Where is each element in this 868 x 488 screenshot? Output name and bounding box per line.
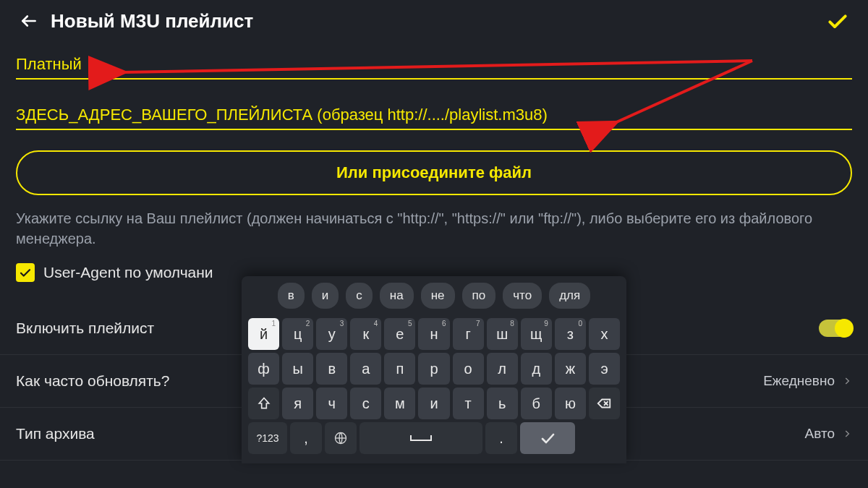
key-л[interactable]: л xyxy=(487,353,518,385)
language-key[interactable] xyxy=(325,422,357,454)
form-content: Или присоедините файл Укажите ссылку на … xyxy=(0,42,868,282)
key-о[interactable]: о xyxy=(453,353,484,385)
key-ж[interactable]: ж xyxy=(555,353,586,385)
key-в[interactable]: в xyxy=(316,353,347,385)
update-frequency-value: Ежедневно xyxy=(763,373,835,389)
key-ю[interactable]: ю xyxy=(555,388,586,419)
row-label: Включить плейлист xyxy=(16,320,154,337)
symbols-key[interactable]: ?123 xyxy=(248,422,287,454)
key-ц[interactable]: ц2 xyxy=(282,318,313,350)
key-с[interactable]: с xyxy=(350,388,381,419)
key-щ[interactable]: щ9 xyxy=(521,318,552,350)
key-у[interactable]: у3 xyxy=(316,318,347,350)
chevron-right-icon xyxy=(842,376,852,386)
key-х[interactable]: х xyxy=(589,318,620,350)
key-э[interactable]: э xyxy=(589,353,620,385)
row-value: Авто xyxy=(805,426,852,442)
suggestion[interactable]: и xyxy=(312,283,339,309)
key-ь[interactable]: ь xyxy=(487,388,518,419)
key-ы[interactable]: ы xyxy=(282,353,313,385)
key-г[interactable]: г7 xyxy=(453,318,484,350)
soft-keyboard: виснанепочтодля й1ц2у3к4е5н6г7ш8щ9з0х фы… xyxy=(242,276,626,463)
playlist-url-field[interactable] xyxy=(16,100,852,130)
suggestion[interactable]: на xyxy=(380,283,414,309)
keyboard-row-2: фывапролджэ xyxy=(248,353,620,385)
key-т[interactable]: т xyxy=(453,388,484,419)
key-д[interactable]: д xyxy=(521,353,552,385)
playlist-url-input[interactable] xyxy=(16,106,852,124)
hint-text: Укажите ссылку на Ваш плейлист (должен н… xyxy=(16,208,852,249)
key-м[interactable]: м xyxy=(384,388,415,419)
key-я[interactable]: я xyxy=(282,388,313,419)
key-и[interactable]: и xyxy=(418,388,449,419)
key-р[interactable]: р xyxy=(418,353,449,385)
key-ч[interactable]: ч xyxy=(316,388,347,419)
key-е[interactable]: е5 xyxy=(384,318,415,350)
confirm-button[interactable] xyxy=(822,5,854,37)
suggestion[interactable]: что xyxy=(503,283,542,309)
suggestion[interactable]: с xyxy=(346,283,373,309)
key-н[interactable]: н6 xyxy=(418,318,449,350)
enter-key[interactable] xyxy=(520,422,575,454)
suggestion[interactable]: по xyxy=(462,283,496,309)
comma-key[interactable]: , xyxy=(290,422,322,454)
key-п[interactable]: п xyxy=(384,353,415,385)
key-й[interactable]: й1 xyxy=(248,318,279,350)
user-agent-label: User-Agent по умолчани xyxy=(43,264,213,281)
keyboard-row-3: ячсмитьбю xyxy=(248,388,620,419)
backspace-key[interactable] xyxy=(589,388,620,419)
archive-type-value: Авто xyxy=(805,426,835,442)
key-б[interactable]: б xyxy=(521,388,552,419)
key-а[interactable]: а xyxy=(350,353,381,385)
page-title: Новый M3U плейлист xyxy=(51,10,253,33)
shift-key[interactable] xyxy=(248,388,279,419)
row-label: Как часто обновлять? xyxy=(16,372,169,390)
space-key[interactable] xyxy=(359,422,482,454)
chevron-right-icon xyxy=(842,429,852,439)
enable-playlist-toggle[interactable] xyxy=(819,320,852,337)
key-ш[interactable]: ш8 xyxy=(487,318,518,350)
suggestion[interactable]: в xyxy=(278,283,305,309)
playlist-name-input[interactable] xyxy=(16,55,852,74)
playlist-name-field[interactable] xyxy=(16,49,852,80)
keyboard-row-4: ?123 , . xyxy=(248,422,620,454)
attach-file-button[interactable]: Или присоедините файл xyxy=(16,150,852,195)
key-ф[interactable]: ф xyxy=(248,353,279,385)
suggestion-row: виснанепочтодля xyxy=(248,283,620,309)
suggestion[interactable]: не xyxy=(421,283,455,309)
row-label: Тип архива xyxy=(16,425,95,442)
key-к[interactable]: к4 xyxy=(350,318,381,350)
back-button[interactable] xyxy=(14,7,43,35)
keyboard-row-1: й1ц2у3к4е5н6г7ш8щ9з0х xyxy=(248,318,620,350)
row-value: Ежедневно xyxy=(763,373,852,389)
suggestion[interactable]: для xyxy=(549,283,590,309)
period-key[interactable]: . xyxy=(485,422,517,454)
header: Новый M3U плейлист xyxy=(0,0,868,42)
user-agent-checkbox[interactable] xyxy=(16,263,35,282)
key-з[interactable]: з0 xyxy=(555,318,586,350)
